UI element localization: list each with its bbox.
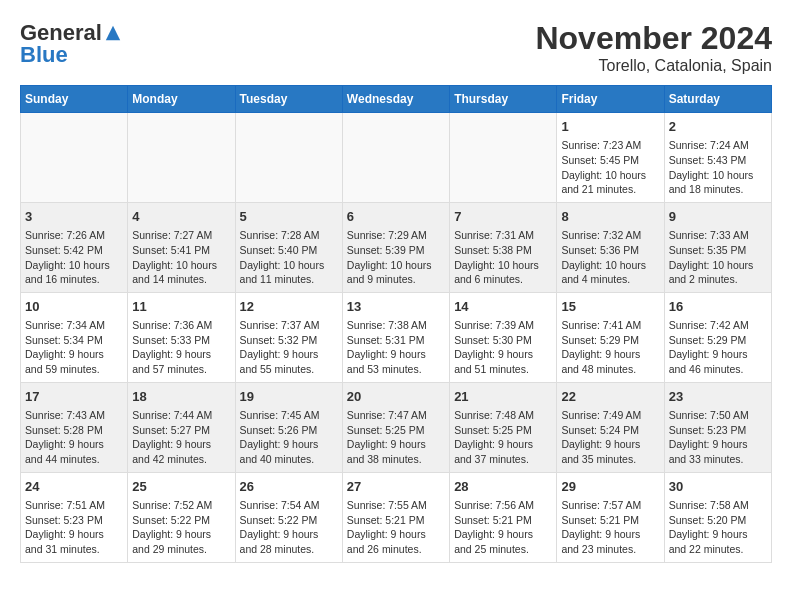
calendar-cell: 25Sunrise: 7:52 AMSunset: 5:22 PMDayligh… (128, 472, 235, 562)
day-number: 6 (347, 208, 445, 226)
calendar-cell: 26Sunrise: 7:54 AMSunset: 5:22 PMDayligh… (235, 472, 342, 562)
day-number: 20 (347, 388, 445, 406)
day-number: 9 (669, 208, 767, 226)
calendar-week-row: 17Sunrise: 7:43 AMSunset: 5:28 PMDayligh… (21, 382, 772, 472)
calendar-cell: 20Sunrise: 7:47 AMSunset: 5:25 PMDayligh… (342, 382, 449, 472)
day-number: 25 (132, 478, 230, 496)
calendar-cell: 15Sunrise: 7:41 AMSunset: 5:29 PMDayligh… (557, 292, 664, 382)
calendar-cell (450, 113, 557, 203)
calendar-cell: 17Sunrise: 7:43 AMSunset: 5:28 PMDayligh… (21, 382, 128, 472)
calendar-cell: 4Sunrise: 7:27 AMSunset: 5:41 PMDaylight… (128, 202, 235, 292)
day-number: 16 (669, 298, 767, 316)
day-number: 28 (454, 478, 552, 496)
day-number: 15 (561, 298, 659, 316)
calendar-cell: 13Sunrise: 7:38 AMSunset: 5:31 PMDayligh… (342, 292, 449, 382)
logo: General Blue (20, 20, 122, 68)
calendar-cell: 27Sunrise: 7:55 AMSunset: 5:21 PMDayligh… (342, 472, 449, 562)
day-number: 8 (561, 208, 659, 226)
calendar-cell: 12Sunrise: 7:37 AMSunset: 5:32 PMDayligh… (235, 292, 342, 382)
calendar-cell (342, 113, 449, 203)
calendar-title: November 2024 (535, 20, 772, 57)
page-header: General Blue November 2024 Torello, Cata… (20, 20, 772, 75)
calendar-week-row: 24Sunrise: 7:51 AMSunset: 5:23 PMDayligh… (21, 472, 772, 562)
header-day: Wednesday (342, 86, 449, 113)
header-day: Thursday (450, 86, 557, 113)
day-number: 22 (561, 388, 659, 406)
calendar-cell: 16Sunrise: 7:42 AMSunset: 5:29 PMDayligh… (664, 292, 771, 382)
calendar-cell: 19Sunrise: 7:45 AMSunset: 5:26 PMDayligh… (235, 382, 342, 472)
day-number: 2 (669, 118, 767, 136)
calendar-cell: 5Sunrise: 7:28 AMSunset: 5:40 PMDaylight… (235, 202, 342, 292)
day-number: 13 (347, 298, 445, 316)
calendar-cell: 3Sunrise: 7:26 AMSunset: 5:42 PMDaylight… (21, 202, 128, 292)
calendar-cell (235, 113, 342, 203)
calendar-subtitle: Torello, Catalonia, Spain (535, 57, 772, 75)
day-number: 18 (132, 388, 230, 406)
calendar-cell (128, 113, 235, 203)
calendar-cell: 22Sunrise: 7:49 AMSunset: 5:24 PMDayligh… (557, 382, 664, 472)
calendar-cell: 7Sunrise: 7:31 AMSunset: 5:38 PMDaylight… (450, 202, 557, 292)
calendar-cell: 18Sunrise: 7:44 AMSunset: 5:27 PMDayligh… (128, 382, 235, 472)
calendar-cell: 8Sunrise: 7:32 AMSunset: 5:36 PMDaylight… (557, 202, 664, 292)
header-day: Monday (128, 86, 235, 113)
calendar-cell: 2Sunrise: 7:24 AMSunset: 5:43 PMDaylight… (664, 113, 771, 203)
day-number: 11 (132, 298, 230, 316)
calendar-cell: 10Sunrise: 7:34 AMSunset: 5:34 PMDayligh… (21, 292, 128, 382)
calendar-week-row: 1Sunrise: 7:23 AMSunset: 5:45 PMDaylight… (21, 113, 772, 203)
header-row: SundayMondayTuesdayWednesdayThursdayFrid… (21, 86, 772, 113)
day-number: 10 (25, 298, 123, 316)
calendar-cell: 6Sunrise: 7:29 AMSunset: 5:39 PMDaylight… (342, 202, 449, 292)
calendar-cell: 11Sunrise: 7:36 AMSunset: 5:33 PMDayligh… (128, 292, 235, 382)
day-number: 3 (25, 208, 123, 226)
day-number: 21 (454, 388, 552, 406)
calendar-cell: 30Sunrise: 7:58 AMSunset: 5:20 PMDayligh… (664, 472, 771, 562)
day-number: 23 (669, 388, 767, 406)
day-number: 24 (25, 478, 123, 496)
day-number: 17 (25, 388, 123, 406)
title-area: November 2024 Torello, Catalonia, Spain (535, 20, 772, 75)
header-day: Saturday (664, 86, 771, 113)
calendar-week-row: 3Sunrise: 7:26 AMSunset: 5:42 PMDaylight… (21, 202, 772, 292)
calendar-cell: 21Sunrise: 7:48 AMSunset: 5:25 PMDayligh… (450, 382, 557, 472)
day-number: 4 (132, 208, 230, 226)
svg-marker-0 (106, 26, 120, 40)
day-number: 12 (240, 298, 338, 316)
calendar-cell: 24Sunrise: 7:51 AMSunset: 5:23 PMDayligh… (21, 472, 128, 562)
day-number: 26 (240, 478, 338, 496)
day-number: 29 (561, 478, 659, 496)
header-day: Sunday (21, 86, 128, 113)
day-number: 19 (240, 388, 338, 406)
calendar-cell: 28Sunrise: 7:56 AMSunset: 5:21 PMDayligh… (450, 472, 557, 562)
calendar-cell: 29Sunrise: 7:57 AMSunset: 5:21 PMDayligh… (557, 472, 664, 562)
calendar-week-row: 10Sunrise: 7:34 AMSunset: 5:34 PMDayligh… (21, 292, 772, 382)
calendar-cell (21, 113, 128, 203)
day-number: 5 (240, 208, 338, 226)
logo-icon (104, 24, 122, 42)
calendar-table: SundayMondayTuesdayWednesdayThursdayFrid… (20, 85, 772, 563)
day-number: 30 (669, 478, 767, 496)
logo-blue-text: Blue (20, 42, 68, 68)
day-number: 1 (561, 118, 659, 136)
calendar-cell: 14Sunrise: 7:39 AMSunset: 5:30 PMDayligh… (450, 292, 557, 382)
day-number: 7 (454, 208, 552, 226)
header-day: Friday (557, 86, 664, 113)
calendar-cell: 9Sunrise: 7:33 AMSunset: 5:35 PMDaylight… (664, 202, 771, 292)
header-day: Tuesday (235, 86, 342, 113)
day-number: 14 (454, 298, 552, 316)
day-number: 27 (347, 478, 445, 496)
calendar-cell: 1Sunrise: 7:23 AMSunset: 5:45 PMDaylight… (557, 113, 664, 203)
calendar-cell: 23Sunrise: 7:50 AMSunset: 5:23 PMDayligh… (664, 382, 771, 472)
